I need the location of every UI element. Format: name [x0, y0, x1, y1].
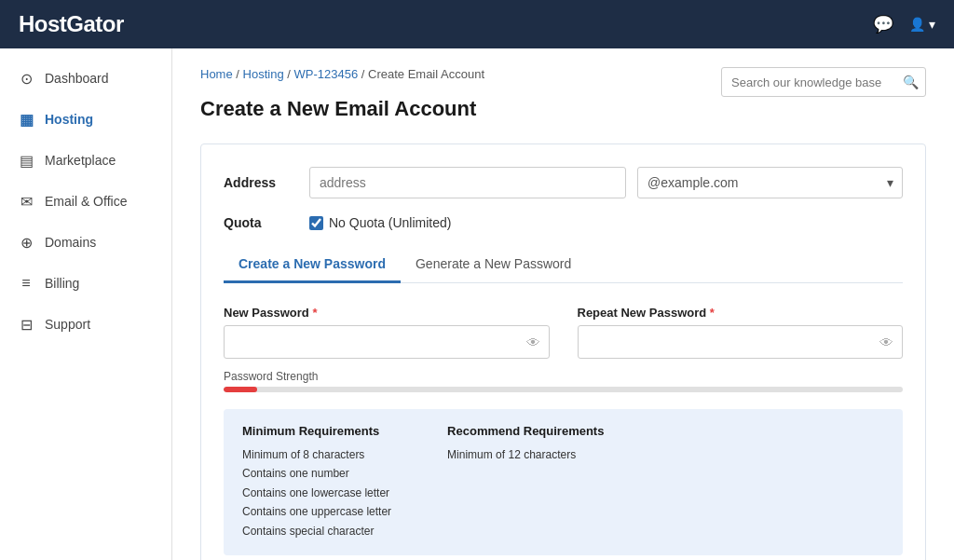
form-card: Address @example.com Quota No Quota (Unl…: [200, 143, 926, 560]
sidebar-item-domains[interactable]: ⊕ Domains: [0, 222, 171, 263]
breadcrumb-home[interactable]: Home: [200, 67, 233, 81]
main-content: Home / Hosting / WP-123456 / Create Emai…: [172, 48, 954, 560]
support-icon: ⊟: [17, 315, 35, 334]
strength-label: Password Strength: [224, 370, 903, 383]
sidebar-label-support: Support: [45, 317, 90, 332]
breadcrumb-hosting[interactable]: Hosting: [243, 67, 284, 81]
breadcrumb-sep3: /: [361, 67, 368, 81]
sidebar-label-marketplace: Marketplace: [45, 153, 116, 168]
address-input[interactable]: [309, 167, 626, 198]
user-dropdown-arrow: ▾: [929, 17, 935, 32]
top-bar: Home / Hosting / WP-123456 / Create Emai…: [200, 67, 926, 97]
sidebar-item-dashboard[interactable]: ⊙ Dashboard: [0, 58, 171, 99]
quota-label: Quota: [224, 215, 298, 230]
sidebar-label-billing: Billing: [45, 276, 79, 291]
new-password-field: New Password * 👁: [224, 306, 550, 359]
marketplace-icon: ▤: [17, 151, 35, 170]
repeat-password-label: Repeat New Password *: [578, 306, 904, 320]
logo: HostGator: [19, 11, 124, 37]
min-req-title: Minimum Requirements: [242, 424, 391, 438]
user-icon: 👤: [909, 17, 925, 32]
domain-select[interactable]: @example.com: [637, 167, 903, 198]
sidebar-label-domains: Domains: [45, 235, 96, 250]
sidebar: ⊙ Dashboard ▦ Hosting ▤ Marketplace ✉ Em…: [0, 48, 172, 560]
breadcrumb-sep1: /: [236, 67, 242, 81]
no-quota-checkbox[interactable]: [309, 216, 323, 230]
new-password-label: New Password *: [224, 306, 550, 320]
layout: ⊙ Dashboard ▦ Hosting ▤ Marketplace ✉ Em…: [0, 48, 954, 560]
quota-checkbox-label[interactable]: No Quota (Unlimited): [309, 215, 452, 230]
chat-icon[interactable]: 💬: [872, 13, 894, 35]
dashboard-icon: ⊙: [17, 69, 35, 88]
address-row: Address @example.com: [224, 167, 903, 198]
strength-bar-background: [224, 387, 903, 392]
sidebar-label-hosting: Hosting: [45, 112, 93, 127]
email-icon: ✉: [17, 192, 35, 211]
new-password-input-wrapper: 👁: [224, 325, 550, 359]
breadcrumb-wp[interactable]: WP-123456: [293, 67, 358, 81]
rec-requirements-column: Recommend Requirements Minimum of 12 cha…: [447, 424, 604, 540]
billing-icon: ≡: [17, 274, 35, 293]
rec-req-title: Recommend Requirements: [447, 424, 604, 438]
search-input[interactable]: [721, 67, 926, 97]
show-repeat-password-icon[interactable]: 👁: [879, 335, 893, 350]
no-quota-text: No Quota (Unlimited): [329, 215, 452, 230]
show-password-icon[interactable]: 👁: [526, 335, 540, 350]
required-star-new: *: [312, 306, 317, 320]
domain-select-wrapper[interactable]: @example.com: [637, 167, 903, 198]
breadcrumb: Home / Hosting / WP-123456 / Create Emai…: [200, 67, 484, 81]
new-password-input[interactable]: [224, 325, 550, 359]
tab-generate-password[interactable]: Generate a New Password: [401, 247, 586, 283]
sidebar-item-marketplace[interactable]: ▤ Marketplace: [0, 140, 171, 181]
sidebar-item-billing[interactable]: ≡ Billing: [0, 263, 171, 304]
tab-create-password[interactable]: Create a New Password: [224, 247, 401, 283]
quota-row: Quota No Quota (Unlimited): [224, 215, 903, 230]
search-icon: 🔍: [903, 75, 919, 89]
address-label: Address: [224, 175, 298, 190]
repeat-password-field: Repeat New Password * 👁: [578, 306, 904, 359]
sidebar-item-email-office[interactable]: ✉ Email & Office: [0, 181, 171, 222]
breadcrumb-current: Create Email Account: [368, 67, 484, 81]
password-row: New Password * 👁 Repeat New Password *: [224, 306, 903, 359]
sidebar-item-hosting[interactable]: ▦ Hosting: [0, 99, 171, 140]
password-tabs: Create a New Password Generate a New Pas…: [224, 247, 903, 283]
required-star-repeat: *: [710, 306, 715, 320]
password-strength-section: Password Strength: [224, 370, 903, 392]
user-menu[interactable]: 👤 ▾: [909, 17, 935, 32]
rec-req-items: Minimum of 12 characters: [447, 445, 604, 464]
knowledge-search[interactable]: 🔍: [721, 67, 926, 97]
domains-icon: ⊕: [17, 233, 35, 252]
sidebar-label-dashboard: Dashboard: [45, 71, 109, 86]
repeat-password-input[interactable]: [578, 325, 904, 359]
sidebar-label-email-office: Email & Office: [45, 194, 127, 209]
min-requirements-column: Minimum Requirements Minimum of 8 charac…: [242, 424, 391, 540]
header: HostGator 💬 👤 ▾: [0, 0, 954, 48]
repeat-password-input-wrapper: 👁: [578, 325, 904, 359]
page-title: Create a New Email Account: [200, 97, 926, 121]
header-icons: 💬 👤 ▾: [872, 13, 935, 35]
requirements-box: Minimum Requirements Minimum of 8 charac…: [224, 409, 903, 555]
min-req-items: Minimum of 8 characters Contains one num…: [242, 445, 391, 540]
hosting-icon: ▦: [17, 110, 35, 129]
sidebar-item-support[interactable]: ⊟ Support: [0, 304, 171, 345]
strength-bar-fill: [224, 387, 257, 392]
password-section: New Password * 👁 Repeat New Password *: [224, 306, 903, 560]
